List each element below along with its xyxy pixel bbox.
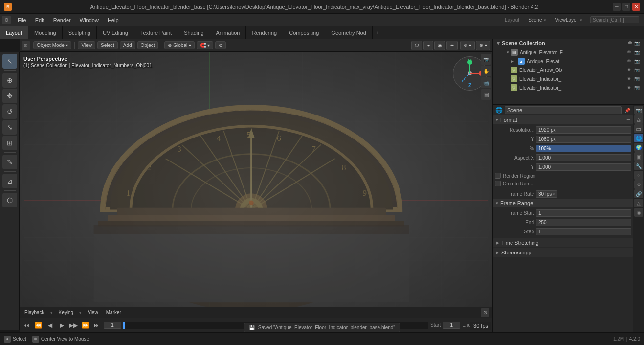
menu-file[interactable]: File — [14, 16, 30, 24]
add-primitive-button[interactable]: ⬡ — [2, 193, 17, 207]
collection-item-elevator-indicator-2[interactable]: ▽ Elevator_Indicator_ 👁 📷 — [493, 83, 644, 92]
item-cam-0[interactable]: 📷 — [633, 49, 640, 56]
jump-next-keyframe-button[interactable]: ⏩ — [80, 321, 90, 330]
view-menu[interactable]: View — [78, 41, 95, 49]
format-options-icon[interactable]: ☰ — [626, 117, 630, 122]
window-controls[interactable]: ─ □ ✕ — [613, 3, 640, 11]
tab-layout[interactable]: Layout — [0, 26, 28, 39]
item-cam-1[interactable]: 📷 — [633, 58, 640, 65]
props-tab-modifiers[interactable]: 🔧 — [634, 161, 643, 170]
tab-animation[interactable]: Animation — [210, 26, 246, 39]
scene-name-field[interactable]: Scene — [505, 106, 622, 114]
rotate-tool-button[interactable]: ↺ — [2, 104, 17, 119]
props-tab-scene[interactable]: 🌐 — [634, 134, 643, 142]
collection-eye-icon[interactable]: 👁 — [626, 40, 633, 46]
item-eye-4[interactable]: 👁 — [625, 84, 632, 91]
header-search-input[interactable] — [590, 16, 639, 23]
menu-render[interactable]: Render — [49, 16, 75, 24]
frame-rate-dropdown[interactable]: 30 fps ▾ — [536, 190, 557, 198]
item-cam-2[interactable]: 📷 — [633, 67, 640, 73]
menu-window[interactable]: Window — [76, 16, 103, 24]
item-cam-3[interactable]: 📷 — [633, 75, 640, 82]
timeline-start-input[interactable]: 1 — [443, 322, 460, 329]
render-region-checkbox[interactable] — [495, 173, 501, 179]
item-expand-1[interactable]: ▶ — [511, 59, 514, 64]
frame-range-header[interactable]: ▾ Frame Range — [493, 199, 633, 207]
object-menu[interactable]: Object — [137, 41, 158, 49]
viewport[interactable]: 1 2 3 4 5 6 7 8 9 User Perspective (1) S… — [20, 52, 492, 330]
props-tab-object[interactable]: ▣ — [634, 152, 643, 161]
add-workspace-button[interactable]: + — [373, 26, 381, 39]
collection-item-antique-elevat[interactable]: ▶ ▲ Antique_Elevat 👁 📷 — [493, 57, 644, 66]
scene-dropdown-icon[interactable]: ▾ — [544, 18, 546, 23]
frame-end-value[interactable]: 250 — [536, 219, 631, 226]
resolution-pct-value[interactable]: 100% — [536, 145, 631, 152]
collections-button[interactable]: ▤ — [481, 89, 491, 100]
viewport-shading-rendered[interactable]: ☀ — [446, 41, 458, 50]
stereoscopy-header[interactable]: ▶ Stereoscopy — [493, 248, 633, 257]
props-tab-data[interactable]: △ — [634, 199, 643, 207]
current-frame-input[interactable]: 1 — [104, 322, 121, 329]
gizmo-button[interactable]: ⊕ ▾ — [476, 41, 490, 50]
maximize-button[interactable]: □ — [622, 3, 630, 11]
menu-help[interactable]: Help — [104, 16, 123, 24]
tab-geometry-nodes[interactable]: Geometry Nod — [325, 26, 373, 39]
add-menu[interactable]: Add — [120, 41, 135, 49]
play-button[interactable]: ▶ — [57, 321, 67, 330]
frame-start-value[interactable]: 1 — [536, 209, 631, 217]
viewlayer-dropdown-icon[interactable]: ▾ — [580, 18, 582, 23]
pan-view-button[interactable]: ✋ — [481, 66, 491, 76]
viewport-shading-material[interactable]: ◉ — [434, 41, 445, 50]
move-tool-button[interactable]: ✥ — [2, 89, 17, 103]
jump-start-button[interactable]: ⏮ — [22, 321, 31, 330]
jump-prev-keyframe-button[interactable]: ⏪ — [33, 321, 43, 330]
transform-orientation-dropdown[interactable]: ⊕ Global ▾ — [164, 41, 194, 49]
select-menu[interactable]: Select — [97, 41, 118, 49]
collection-camera-icon[interactable]: 📷 — [633, 40, 640, 46]
item-eye-3[interactable]: 👁 — [625, 75, 632, 82]
item-expand-icon[interactable]: ▾ — [507, 50, 509, 55]
aspect-y-value[interactable]: 1.000 — [536, 163, 631, 171]
step-forward-button[interactable]: ▶▶ — [68, 321, 78, 330]
props-tab-output[interactable]: 🖨 — [634, 115, 643, 124]
menu-edit[interactable]: Edit — [31, 16, 48, 24]
object-mode-dropdown[interactable]: Object Mode ▾ — [33, 41, 71, 49]
select-tool-button[interactable]: ↖ — [2, 54, 17, 69]
scale-tool-button[interactable]: ⤡ — [2, 120, 17, 135]
time-stretching-header[interactable]: ▶ Time Stretching — [493, 238, 633, 247]
jump-end-button[interactable]: ⏭ — [92, 321, 102, 330]
collection-expand-icon[interactable]: ▾ — [497, 40, 500, 46]
item-eye-0[interactable]: 👁 — [625, 49, 632, 56]
overlay-button[interactable]: ⊚ ▾ — [460, 41, 475, 50]
cursor-tool-button[interactable]: ⊕ — [2, 73, 17, 88]
item-eye-1[interactable]: 👁 — [625, 58, 632, 65]
playback-menu[interactable]: Playback — [22, 309, 46, 316]
item-eye-2[interactable]: 👁 — [625, 67, 632, 73]
step-back-button[interactable]: ◀ — [45, 321, 55, 330]
collection-item-elevator-arrow[interactable]: ▽ Elevator_Arrow_Ob 👁 📷 — [493, 66, 644, 74]
scene-props-pin-button[interactable]: 📌 — [623, 108, 631, 113]
tab-modeling[interactable]: Modeling — [28, 26, 63, 39]
collection-item-antique-elevator-f[interactable]: ▾ ▤ Antique_Elevator_F 👁 📷 — [493, 48, 644, 57]
tab-uv-editing[interactable]: UV Editing — [97, 26, 134, 39]
collection-item-elevator-indicator-1[interactable]: ▽ Elevator_Indicator_ 👁 📷 — [493, 74, 644, 83]
tab-shading[interactable]: Shading — [178, 26, 210, 39]
measure-tool-button[interactable]: ⊿ — [2, 174, 17, 188]
item-cam-4[interactable]: 📷 — [633, 84, 640, 91]
marker-menu[interactable]: Marker — [104, 309, 123, 316]
keying-menu[interactable]: Keying — [57, 309, 76, 316]
props-tab-render[interactable]: 📷 — [634, 106, 643, 115]
zoom-camera-button[interactable]: 📷 — [481, 54, 491, 65]
minimize-button[interactable]: ─ — [613, 3, 621, 11]
camera-view-button[interactable]: 📹 — [481, 77, 491, 88]
tab-rendering[interactable]: Rendering — [246, 26, 283, 39]
props-tab-constraints[interactable]: 🔗 — [634, 189, 643, 198]
props-tab-view-layer[interactable]: 🗃 — [634, 124, 643, 133]
annotate-tool-button[interactable]: ✎ — [2, 155, 17, 169]
keying-arrow[interactable]: ▾ — [79, 310, 82, 315]
aspect-x-value[interactable]: 1.000 — [536, 154, 631, 161]
viewport-shading-wireframe[interactable]: ⬡ — [411, 41, 422, 50]
snap-dropdown[interactable]: 🧲 ▾ — [197, 41, 213, 49]
playback-arrow[interactable]: ▾ — [50, 310, 53, 315]
frame-step-value[interactable]: 1 — [536, 228, 631, 235]
